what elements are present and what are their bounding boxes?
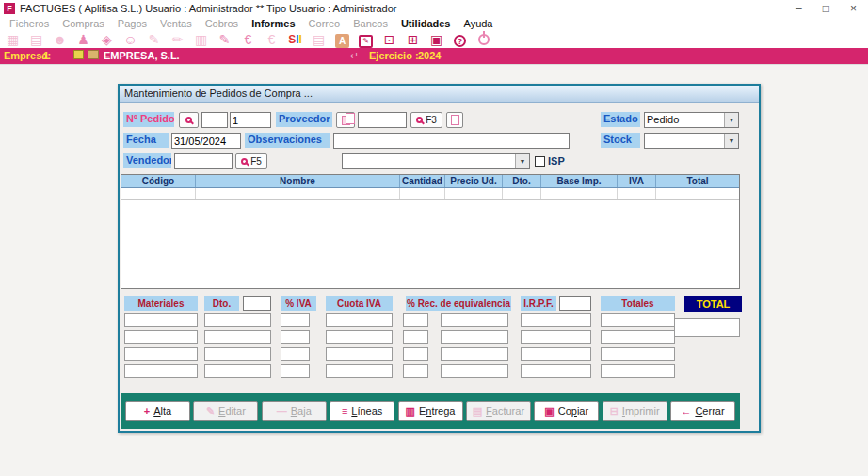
editar-button[interactable]: ✎Editar: [193, 401, 258, 421]
isp-checkbox[interactable]: [535, 156, 545, 167]
summary-cell[interactable]: [601, 313, 675, 327]
vendedor-f5-button[interactable]: F5: [235, 153, 267, 169]
summary-cell[interactable]: [204, 364, 271, 378]
empresa-value: 1: [43, 50, 49, 61]
summary-cell[interactable]: [521, 364, 591, 378]
fecha-input[interactable]: [171, 133, 241, 149]
summary-cell[interactable]: [281, 313, 310, 327]
summary-cell[interactable]: [521, 330, 591, 344]
exit-icon[interactable]: [473, 31, 494, 48]
summary-cell[interactable]: [281, 347, 310, 361]
sii-icon[interactable]: SII: [284, 31, 306, 48]
delivery-notes-icon[interactable]: ▥: [190, 31, 212, 48]
minimize-button[interactable]: –: [796, 2, 802, 15]
summary-cell[interactable]: [601, 364, 675, 378]
vendedor-name-select[interactable]: ▼: [342, 153, 530, 169]
summary-cell[interactable]: [441, 347, 508, 361]
summary-cell[interactable]: [204, 347, 271, 361]
menu-informes[interactable]: Informes: [245, 18, 301, 29]
entrega-button[interactable]: ▥Entrega: [398, 401, 463, 421]
dialog-button-bar: +Alta ✎Editar —Baja ≡Líneas ▥Entrega ▤Fa…: [121, 393, 740, 429]
summary-cell[interactable]: [441, 313, 508, 327]
agents-icon[interactable]: ☺: [120, 31, 141, 48]
summary-cell[interactable]: [326, 313, 393, 327]
remote-support-icon[interactable]: ⊡: [378, 31, 400, 48]
companies-icon[interactable]: ▦: [2, 31, 24, 48]
maximize-button[interactable]: □: [823, 2, 829, 15]
articles-icon[interactable]: ◈: [96, 31, 118, 48]
summary-cell[interactable]: [403, 313, 428, 327]
menu-compras[interactable]: Compras: [56, 18, 111, 29]
dto-input[interactable]: [243, 296, 271, 311]
orders-icon[interactable]: ✏: [167, 31, 188, 48]
vendedor-input[interactable]: [174, 153, 233, 169]
payments-icon[interactable]: €: [237, 31, 259, 48]
summary-cell[interactable]: [124, 364, 198, 378]
num-pedido-search-button[interactable]: [179, 112, 199, 128]
summary-cell[interactable]: [124, 330, 198, 344]
close-button[interactable]: ×: [850, 2, 857, 15]
irpf-input[interactable]: [559, 296, 591, 311]
invoices-icon[interactable]: ✎: [214, 31, 235, 48]
proveedor-input[interactable]: [358, 112, 407, 128]
facturar-button[interactable]: ▤Facturar: [466, 401, 531, 421]
windows-icon[interactable]: ▣: [426, 31, 447, 48]
menu-ventas[interactable]: Ventas: [153, 18, 199, 29]
menu-cobros[interactable]: Cobros: [199, 18, 245, 29]
collections-icon[interactable]: €: [261, 31, 282, 48]
total-value-box[interactable]: [674, 318, 740, 337]
menu-bancos[interactable]: Bancos: [346, 18, 394, 29]
calculator-icon[interactable]: ⊞: [402, 31, 424, 48]
observaciones-input[interactable]: [333, 133, 570, 149]
menu-ficheros[interactable]: Ficheros: [3, 18, 56, 29]
lineas-button[interactable]: ≡Líneas: [330, 401, 394, 421]
proveedor-f3-button[interactable]: F3: [410, 112, 442, 128]
summary-cell[interactable]: [601, 347, 675, 361]
summary-cell[interactable]: [403, 364, 428, 378]
alta-button[interactable]: +Alta: [125, 401, 190, 421]
summary-cell[interactable]: [326, 330, 393, 344]
proveedor-copy-button[interactable]: [336, 112, 355, 128]
estado-label: Estado: [601, 112, 640, 127]
budgets-icon[interactable]: ✎: [143, 31, 165, 48]
baja-button[interactable]: —Baja: [262, 401, 327, 421]
num-pedido-input[interactable]: [230, 112, 271, 128]
save-company-icon[interactable]: [73, 50, 84, 59]
summary-cell[interactable]: [326, 347, 393, 361]
table-row[interactable]: [121, 188, 739, 200]
company-select-icon[interactable]: ▤: [25, 31, 47, 48]
summary-cell[interactable]: [601, 330, 675, 344]
reports-icon[interactable]: ▤: [308, 31, 330, 48]
summary-cell[interactable]: [204, 313, 271, 327]
summary-cell[interactable]: [204, 330, 271, 344]
summary-cell[interactable]: [441, 364, 508, 378]
estado-select[interactable]: Pedido▼: [644, 112, 739, 128]
imprimir-button[interactable]: ⊟Imprimir: [603, 401, 667, 421]
menu-correo[interactable]: Correo: [302, 18, 347, 29]
aplifisa-icon[interactable]: A: [331, 31, 353, 48]
clients-icon[interactable]: ☻: [49, 31, 71, 48]
summary-cell[interactable]: [521, 313, 591, 327]
summary-cell[interactable]: [124, 347, 198, 361]
menu-pagos[interactable]: Pagos: [111, 18, 153, 29]
summary-cell[interactable]: [441, 330, 508, 344]
summary-cell[interactable]: [326, 364, 393, 378]
summary-cell[interactable]: [403, 347, 428, 361]
stock-select[interactable]: ▼: [644, 133, 739, 149]
summary-cell[interactable]: [521, 347, 591, 361]
menu-ayuda[interactable]: Ayuda: [458, 18, 500, 29]
summary-cell[interactable]: [281, 330, 310, 344]
summary-cell[interactable]: [403, 330, 428, 344]
summary-cell[interactable]: [124, 313, 198, 327]
summary-cell[interactable]: [281, 364, 310, 378]
menu-utilidades[interactable]: Utilidades: [394, 18, 458, 29]
num-pedido-serie-input[interactable]: [201, 112, 228, 128]
help-icon[interactable]: ?: [449, 31, 471, 48]
cerrar-button[interactable]: ←Cerrar: [670, 401, 735, 421]
ejercicio-label: Ejercicio :: [369, 50, 419, 61]
suppliers-icon[interactable]: ♟: [72, 31, 94, 48]
open-company-icon[interactable]: [88, 50, 99, 59]
agenda-icon[interactable]: ✎: [355, 30, 377, 48]
proveedor-new-button[interactable]: [446, 112, 463, 128]
copiar-button[interactable]: ▣Copiar: [534, 401, 599, 421]
